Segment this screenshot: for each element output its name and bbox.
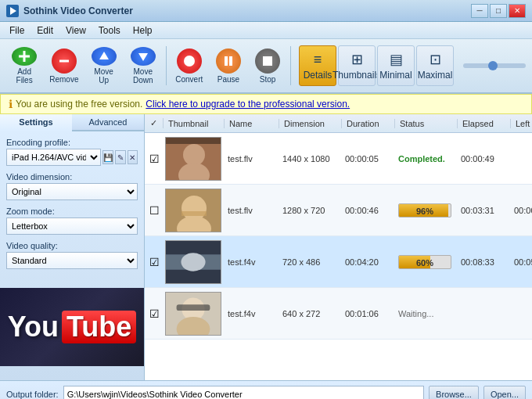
- row-status: 60%: [395, 255, 458, 269]
- progress-bar: 60%: [398, 255, 451, 269]
- col-check: ✓: [145, 118, 164, 128]
- thumb-visual: [166, 138, 221, 180]
- zoom-mode-select[interactable]: Letterbox: [6, 217, 138, 235]
- row-dimension: 720 x 486: [279, 257, 342, 267]
- row-duration: 00:00:46: [342, 206, 395, 215]
- row-checkbox[interactable]: ☑: [145, 256, 164, 268]
- menu-edit[interactable]: Edit: [31, 23, 59, 38]
- row-thumbnail: [164, 135, 225, 182]
- thumbnail-image: [165, 240, 221, 284]
- video-quality-select[interactable]: Standard: [6, 252, 138, 269]
- row-checkbox[interactable]: ☑: [145, 153, 164, 165]
- open-button[interactable]: Open...: [483, 386, 526, 399]
- maximize-button[interactable]: □: [490, 4, 507, 18]
- window-controls: ─ □ ✕: [471, 4, 526, 18]
- svg-point-23: [181, 253, 205, 271]
- col-dimension: Dimension: [279, 119, 342, 128]
- remove-icon: [52, 49, 77, 74]
- minimize-button[interactable]: ─: [471, 4, 488, 18]
- encoding-profile-delete[interactable]: ✕: [128, 150, 138, 164]
- row-duration: 00:00:05: [342, 154, 395, 164]
- row-status: Completed.: [395, 154, 458, 164]
- view-thumbnails-button[interactable]: ⊞ Thumbnails: [338, 45, 376, 86]
- convert-icon: [177, 49, 202, 74]
- close-button[interactable]: ✕: [509, 4, 526, 18]
- menu-tools[interactable]: Tools: [92, 23, 127, 38]
- row-checkbox[interactable]: ☑: [145, 307, 164, 320]
- table-row[interactable]: ☑ test.f4v 640 x 272 00:01:06 Waiting...: [145, 288, 532, 340]
- row-checkbox[interactable]: ☐: [145, 204, 164, 217]
- add-files-icon: [12, 47, 37, 66]
- upgrade-link[interactable]: Click here to upgrade to the professiona…: [146, 99, 350, 110]
- tab-settings[interactable]: Settings: [0, 114, 72, 131]
- thumbnails-label: Thumbnails: [332, 70, 381, 81]
- col-status: Status: [395, 119, 458, 128]
- pause-button[interactable]: Pause: [210, 43, 246, 88]
- menu-view[interactable]: View: [59, 23, 92, 38]
- svg-rect-15: [166, 138, 221, 144]
- convert-button[interactable]: Convert: [171, 43, 207, 88]
- row-duration: 00:04:20: [342, 257, 395, 267]
- table-row[interactable]: ☑ test.flv 1440 x 1080 00:00:05 Comp: [145, 133, 532, 185]
- view-minimal-button[interactable]: ▤ Minimal: [377, 45, 415, 86]
- svg-rect-21: [166, 240, 221, 254]
- video-dimension-label: Video dimension:: [6, 172, 138, 182]
- encoding-profile-select[interactable]: iPad H.264/AVC video: [6, 149, 101, 166]
- row-left: 00:05:46: [511, 257, 532, 267]
- progress-bar: 96%: [398, 203, 451, 217]
- toolbar-separator-2: [290, 46, 291, 85]
- info-text: You are using the free version.: [16, 99, 142, 110]
- panel-tabs: Settings Advanced: [0, 114, 144, 131]
- pause-label: Pause: [217, 75, 239, 84]
- encoding-profile-edit[interactable]: ✎: [115, 150, 125, 164]
- table-row[interactable]: ☐ test.flv 1280 x 720 00:00:46 96%: [145, 185, 532, 236]
- add-files-button[interactable]: Add Files: [6, 43, 42, 88]
- stop-button[interactable]: Stop: [250, 43, 286, 88]
- row-thumbnail: [164, 290, 225, 337]
- row-thumbnail: [164, 187, 225, 234]
- table-row[interactable]: ☑ test.f4v 720 x 486 00:04:20 60%: [145, 236, 532, 288]
- row-name: test.flv: [225, 154, 279, 164]
- info-bar: ℹ You are using the free version. Click …: [0, 94, 532, 114]
- browse-button[interactable]: Browse...: [429, 386, 479, 399]
- zoom-mode-row: Zoom mode: Letterbox: [6, 207, 138, 235]
- youtube-text-you: You: [8, 311, 59, 343]
- toolbar-separator-1: [166, 46, 167, 85]
- row-status: 96%: [395, 203, 458, 217]
- col-left: Left: [511, 119, 532, 128]
- zoom-slider-area: [463, 63, 526, 68]
- file-list-area: ✓ Thumbnail Name Dimension Duration Stat…: [145, 114, 532, 380]
- tab-advanced[interactable]: Advanced: [72, 114, 144, 131]
- move-up-button[interactable]: Move Up: [85, 43, 121, 88]
- output-folder-input[interactable]: [63, 386, 424, 399]
- output-folder-label: Output folder:: [6, 390, 59, 399]
- details-label: Details: [304, 70, 332, 81]
- video-dimension-select[interactable]: Original: [6, 183, 138, 200]
- row-status: Waiting...: [395, 309, 458, 318]
- add-files-label: Add Files: [10, 67, 38, 84]
- zoom-slider-thumb[interactable]: [488, 61, 498, 70]
- row-thumbnail: [164, 239, 225, 286]
- pause-icon: [216, 49, 241, 74]
- encoding-profile-save[interactable]: 💾: [102, 150, 113, 164]
- settings-content: Encoding profile: iPad H.264/AVC video 💾…: [0, 131, 144, 282]
- stop-label: Stop: [260, 75, 276, 84]
- menu-file[interactable]: File: [3, 23, 31, 38]
- row-elapsed: 00:00:49: [458, 154, 511, 164]
- maximal-icon: ⊡: [430, 51, 441, 68]
- svg-marker-7: [138, 53, 148, 61]
- zoom-slider[interactable]: [463, 63, 526, 68]
- title-bar: Sothink Video Converter ─ □ ✕: [0, 0, 532, 22]
- view-details-button[interactable]: ≡ Details: [299, 45, 336, 86]
- move-down-label: Move Down: [129, 67, 157, 84]
- main-area: Settings Advanced Encoding profile: iPad…: [0, 114, 532, 380]
- youtube-promo: You Tube: [0, 288, 144, 366]
- col-duration: Duration: [342, 119, 395, 128]
- svg-rect-19: [182, 211, 207, 216]
- remove-button[interactable]: Remove: [45, 43, 82, 88]
- encoding-profile-label: Encoding profile:: [6, 138, 138, 147]
- view-maximal-button[interactable]: ⊡ Maximal: [416, 45, 454, 86]
- move-down-button[interactable]: Move Down: [125, 43, 161, 88]
- menu-help[interactable]: Help: [127, 23, 159, 38]
- row-name: test.f4v: [225, 309, 279, 318]
